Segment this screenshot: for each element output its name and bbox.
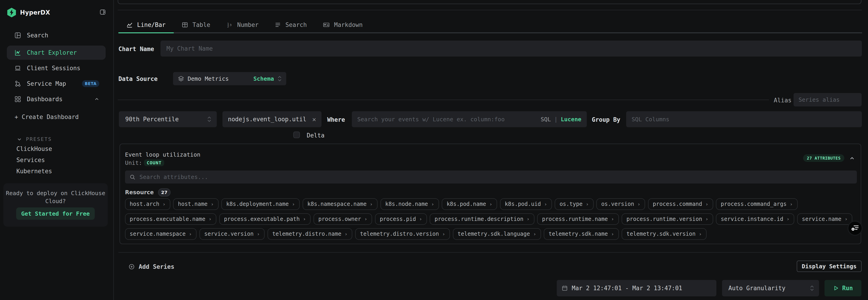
add-series-button[interactable]: Add Series	[129, 261, 175, 273]
svg-text:3: 3	[230, 23, 231, 27]
attribute-chip[interactable]: telemetry.sdk.name›	[544, 228, 619, 240]
divider-top	[118, 10, 862, 10]
attribute-chip[interactable]: telemetry.sdk.language›	[453, 228, 541, 240]
attribute-chip[interactable]: host.name›	[173, 198, 218, 210]
brand[interactable]: HyperDX	[7, 8, 50, 17]
attribute-chip[interactable]: k8s.node.name›	[380, 198, 439, 210]
chevron-up-icon[interactable]	[94, 97, 99, 102]
attribute-chip[interactable]: telemetry.distro.name›	[268, 228, 352, 240]
group-by-input[interactable]: SQL Columns	[626, 111, 862, 127]
tab-line-bar[interactable]: Line/Bar	[118, 17, 174, 32]
sidebar-item-label: Client Sessions	[27, 65, 81, 72]
attribute-chip[interactable]: k8s.pod.name›	[442, 198, 497, 210]
sidebar-item-client-sessions[interactable]: Client Sessions	[7, 61, 106, 75]
sidebar: HyperDX Search Chart Explorer Client Ses…	[0, 0, 114, 300]
chevron-right-icon: ›	[162, 201, 165, 207]
preset-item[interactable]: Kubernetes	[0, 165, 114, 177]
chevron-right-icon: ›	[786, 216, 789, 222]
attribute-chip[interactable]: k8s.deployment.name›	[221, 198, 300, 210]
attribute-search-input[interactable]: Search attributes...	[125, 170, 857, 184]
sql-toggle[interactable]: SQL	[540, 116, 551, 122]
remove-metric-icon[interactable]: ✕	[312, 115, 316, 123]
chart-type-tabs: Line/Bar Table 123 Number Search Markdow…	[118, 17, 862, 33]
preset-item[interactable]: ClickHouse	[0, 143, 114, 154]
chevron-right-icon: ›	[544, 201, 547, 207]
attribute-chip[interactable]: process.executable.path›	[219, 213, 311, 225]
attribute-chip[interactable]: service.namespace›	[125, 228, 197, 240]
where-search-input[interactable]: Search your events w/ Lucene ex. column:…	[352, 111, 587, 127]
alias-label: Alias	[774, 97, 792, 104]
chevron-right-icon: ›	[211, 201, 214, 207]
sidebar-nav: Search Chart Explorer Client Sessions Se…	[7, 28, 106, 106]
markdown-icon	[323, 22, 330, 28]
attribute-chip[interactable]: host.arch›	[125, 198, 170, 210]
tab-table[interactable]: Table	[174, 17, 218, 32]
chevron-right-icon: ›	[370, 201, 373, 207]
sidebar-item-label: Chart Explorer	[27, 49, 77, 56]
chevron-right-icon: ›	[209, 216, 212, 222]
attribute-chip[interactable]: process.command›	[648, 198, 713, 210]
attribute-chip[interactable]: process.command_args›	[716, 198, 798, 210]
tab-markdown[interactable]: Markdown	[315, 17, 371, 32]
attribute-chip[interactable]: os.version›	[596, 198, 645, 210]
lucene-toggle[interactable]: Lucene	[561, 116, 581, 122]
attribute-chip[interactable]: k8s.pod.uid›	[500, 198, 552, 210]
unit-badge: COUNT	[144, 159, 164, 166]
alias-input[interactable]: Series alias	[794, 93, 862, 106]
unit-row: Unit: COUNT	[125, 159, 164, 166]
attribute-chip[interactable]: process.owner›	[314, 213, 372, 225]
sidebar-item-chart-explorer[interactable]: Chart Explorer	[7, 46, 106, 60]
aggregation-select[interactable]: 90th Percentile	[119, 111, 217, 127]
attribute-chip[interactable]: process.pid›	[375, 213, 427, 225]
data-source-select[interactable]: Demo Metrics Schema	[173, 72, 286, 85]
attribute-chip[interactable]: k8s.namespace.name›	[303, 198, 377, 210]
hyperdx-logo-icon	[7, 8, 16, 17]
schema-link[interactable]: Schema	[253, 76, 274, 82]
language-toggle[interactable]: SQL | Lucene	[540, 116, 581, 122]
list-icon	[275, 22, 281, 28]
attribute-chip[interactable]: service.instance.id›	[716, 213, 794, 225]
run-button[interactable]: Run	[825, 280, 861, 296]
date-range-input[interactable]: Mar 2 12:47:01 - Mar 2 13:47:01	[557, 280, 716, 296]
granularity-select[interactable]: Auto Granularity	[722, 280, 819, 296]
attribute-chip[interactable]: process.runtime.description›	[430, 213, 534, 225]
chevron-right-icon: ›	[533, 231, 536, 237]
tab-search[interactable]: Search	[267, 17, 315, 32]
attribute-chip[interactable]: telemetry.sdk.version›	[622, 228, 707, 240]
attribute-chip[interactable]: process.runtime.name›	[537, 213, 619, 225]
metric-field-chip[interactable]: nodejs.event_loop.util ✕	[222, 111, 321, 127]
select-chevrons-icon	[810, 285, 814, 292]
feedback-fab-button[interactable]	[847, 221, 863, 236]
preset-item[interactable]: Services	[0, 154, 114, 165]
plus-circle-icon	[129, 264, 134, 270]
tab-number[interactable]: 123 Number	[219, 17, 267, 32]
attribute-chip[interactable]: service.version›	[199, 228, 265, 240]
attribute-chip[interactable]: telemetry.distro.version›	[355, 228, 450, 240]
attribute-chip[interactable]: os.type›	[555, 198, 593, 210]
display-settings-button[interactable]: Display Settings	[797, 261, 862, 272]
create-dashboard-button[interactable]: + Create Dashboard	[14, 113, 79, 120]
sidebar-item-dashboards[interactable]: Dashboards	[7, 92, 106, 106]
get-started-button[interactable]: Get Started for Free	[16, 208, 95, 220]
chart-name-input[interactable]: My Chart Name	[160, 40, 862, 57]
attribute-chip[interactable]: process.executable.name›	[125, 213, 217, 225]
chevron-right-icon: ›	[844, 216, 847, 222]
collapse-panel-icon[interactable]	[849, 156, 855, 161]
attribute-chips: host.arch›host.name›k8s.deployment.name›…	[125, 198, 857, 240]
beta-badge: BETA	[82, 80, 99, 87]
divider-bottom	[118, 252, 862, 252]
top-partial-input[interactable]	[118, 0, 861, 4]
sidebar-item-service-map[interactable]: Service Map BETA	[7, 77, 106, 91]
chevron-right-icon: ›	[442, 231, 445, 237]
presets-header[interactable]: PRESETS	[17, 136, 52, 142]
attribute-chip[interactable]: service.name›	[797, 213, 852, 225]
sidebar-collapse-icon[interactable]	[100, 9, 106, 15]
sidebar-item-search[interactable]: Search	[7, 28, 106, 43]
chevron-right-icon: ›	[699, 231, 702, 237]
delta-checkbox[interactable]	[293, 132, 300, 138]
main-content: Line/Bar Table 123 Number Search Markdow…	[114, 0, 868, 300]
play-icon	[833, 285, 839, 291]
attribute-chip[interactable]: process.runtime.version›	[622, 213, 713, 225]
group-by-label: Group By	[592, 116, 620, 123]
chevron-right-icon: ›	[419, 216, 422, 222]
